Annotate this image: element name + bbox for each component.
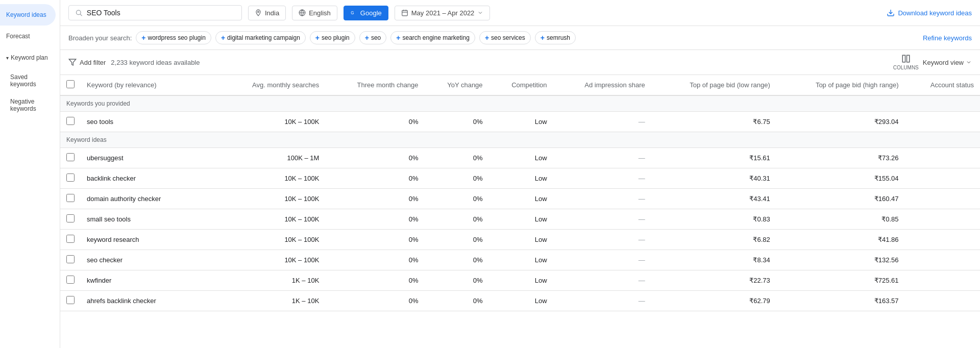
- row-checkbox[interactable]: [66, 117, 75, 125]
- broaden-chip-4[interactable]: + search engine marketing: [390, 31, 475, 44]
- svg-line-1: [80, 14, 82, 16]
- th-bid-low[interactable]: Top of page bid (low range): [651, 75, 776, 95]
- table-row: domain authority checker10K – 100K0%0%Lo…: [60, 189, 980, 209]
- dash-value: —: [639, 175, 645, 182]
- main-content: India English G Google May 2021 –: [60, 0, 980, 348]
- keyword-cell: domain authority checker: [81, 189, 218, 209]
- search-engine-filter[interactable]: G Google: [344, 6, 388, 20]
- search-input[interactable]: [87, 9, 235, 17]
- th-competition[interactable]: Competition: [489, 75, 553, 95]
- topbar: India English G Google May 2021 –: [60, 0, 980, 26]
- download-button[interactable]: Download keyword ideas: [887, 9, 972, 17]
- sidebar-item-keyword-plan[interactable]: ▾ Keyword plan: [0, 47, 56, 68]
- language-filter[interactable]: English: [292, 6, 337, 20]
- keyword-view-label: Keyword view: [923, 59, 964, 66]
- keyword-view-button[interactable]: Keyword view: [923, 59, 972, 66]
- keyword-cell: ubersuggest: [81, 148, 218, 168]
- keyword-cell: small seo tools: [81, 209, 218, 230]
- dash-value: —: [639, 256, 645, 264]
- row-checkbox[interactable]: [66, 173, 75, 182]
- table-row: ahrefs backlink checker1K – 10K0%0%Low—₹…: [60, 291, 980, 311]
- date-range-label: May 2021 – Apr 2022: [411, 9, 475, 17]
- plus-icon: +: [365, 34, 369, 42]
- filter-bar: Add filter 2,233 keyword ideas available…: [60, 50, 980, 75]
- chevron-down-icon: [477, 10, 483, 16]
- broaden-chip-1[interactable]: + digital marketing campaign: [215, 31, 306, 44]
- table-row: seo checker10K – 100K0%0%Low—₹8.34₹132.5…: [60, 250, 980, 270]
- th-account-status[interactable]: Account status: [905, 75, 980, 95]
- table-row: backlink checker10K – 100K0%0%Low—₹40.31…: [60, 168, 980, 189]
- dash-value: —: [639, 154, 645, 162]
- th-three-month[interactable]: Three month change: [325, 75, 424, 95]
- chip-label: search engine marketing: [402, 34, 469, 41]
- download-icon: [887, 9, 895, 17]
- download-label: Download keyword ideas: [898, 9, 972, 17]
- row-checkbox[interactable]: [66, 276, 75, 284]
- broaden-chip-5[interactable]: + seo services: [479, 31, 531, 44]
- sidebar-item-label: Keyword ideas: [6, 11, 46, 18]
- th-bid-high[interactable]: Top of page bid (high range): [776, 75, 905, 95]
- google-icon: G: [350, 9, 357, 16]
- refine-keywords-button[interactable]: Refine keywords: [923, 34, 972, 42]
- broaden-chip-3[interactable]: + seo: [359, 31, 387, 44]
- plus-icon: +: [315, 34, 320, 42]
- plus-icon: +: [141, 34, 145, 42]
- keyword-cell: backlink checker: [81, 168, 218, 189]
- th-keyword[interactable]: Keyword (by relevance): [81, 75, 218, 95]
- th-avg-searches[interactable]: Avg. monthly searches: [218, 75, 326, 95]
- table-row: kwfinder1K – 10K0%0%Low—₹22.73₹725.61: [60, 270, 980, 291]
- dash-value: —: [639, 215, 645, 223]
- dash-value: —: [639, 195, 645, 203]
- svg-point-2: [258, 11, 259, 13]
- row-checkbox[interactable]: [66, 194, 75, 202]
- location-filter[interactable]: India: [248, 6, 286, 20]
- location-icon: [255, 9, 262, 16]
- date-range-filter[interactable]: May 2021 – Apr 2022: [395, 6, 491, 20]
- keyword-cell: ahrefs backlink checker: [81, 291, 218, 311]
- table-row: seo tools10K – 100K0%0%Low—₹6.75₹293.04: [60, 112, 980, 132]
- view-toggle: COLUMNS Keyword view: [893, 54, 972, 70]
- row-checkbox[interactable]: [66, 235, 75, 243]
- svg-marker-10: [69, 59, 76, 65]
- search-engine-label: Google: [360, 9, 382, 17]
- sidebar-item-forecast[interactable]: Forecast: [0, 26, 56, 47]
- table-row: ubersuggest100K – 1M0%0%Low—₹15.61₹73.26: [60, 148, 980, 168]
- table-section-row: Keyword ideas: [60, 132, 980, 148]
- sidebar-item-label: Keyword plan: [11, 54, 48, 61]
- add-filter-button[interactable]: Add filter: [68, 58, 106, 66]
- th-select-all[interactable]: [60, 75, 81, 95]
- select-all-checkbox[interactable]: [66, 80, 75, 88]
- plus-icon: +: [221, 34, 225, 42]
- broaden-chip-6[interactable]: + semrush: [535, 31, 576, 44]
- columns-button[interactable]: COLUMNS: [893, 54, 919, 70]
- language-icon: [299, 9, 306, 16]
- keyword-cell: seo checker: [81, 250, 218, 270]
- keyword-table: Keyword (by relevance) Avg. monthly sear…: [60, 75, 980, 311]
- sidebar-item-saved-keywords[interactable]: Saved keywords: [0, 68, 60, 93]
- broaden-chip-0[interactable]: + wordpress seo plugin: [136, 31, 211, 44]
- th-yoy[interactable]: YoY change: [425, 75, 489, 95]
- sidebar-item-keyword-ideas[interactable]: Keyword ideas: [0, 4, 56, 26]
- row-checkbox[interactable]: [66, 296, 75, 304]
- language-label: English: [309, 9, 331, 17]
- sidebar-item-label: Saved keywords: [10, 73, 36, 88]
- search-icon: [75, 9, 83, 17]
- plus-icon: +: [485, 34, 489, 42]
- sidebar: Keyword ideas Forecast ▾ Keyword plan Sa…: [0, 0, 60, 348]
- th-ad-impression[interactable]: Ad impression share: [553, 75, 651, 95]
- row-checkbox[interactable]: [66, 255, 75, 263]
- broaden-chip-2[interactable]: + seo plugin: [310, 31, 355, 44]
- sidebar-item-label: Forecast: [6, 33, 30, 40]
- table-row: small seo tools10K – 100K0%0%Low—₹0.83₹0…: [60, 209, 980, 230]
- dash-value: —: [639, 297, 645, 305]
- search-box[interactable]: [68, 5, 242, 20]
- dash-value: —: [639, 236, 645, 243]
- broaden-label: Broaden your search:: [68, 34, 132, 42]
- add-filter-label: Add filter: [80, 59, 106, 66]
- chip-label: semrush: [547, 34, 570, 41]
- row-checkbox[interactable]: [66, 153, 75, 161]
- sidebar-item-negative-keywords[interactable]: Negative keywords: [0, 93, 60, 117]
- chip-label: wordpress seo plugin: [148, 34, 205, 41]
- row-checkbox[interactable]: [66, 214, 75, 222]
- broaden-bar: Broaden your search: + wordpress seo plu…: [60, 26, 980, 50]
